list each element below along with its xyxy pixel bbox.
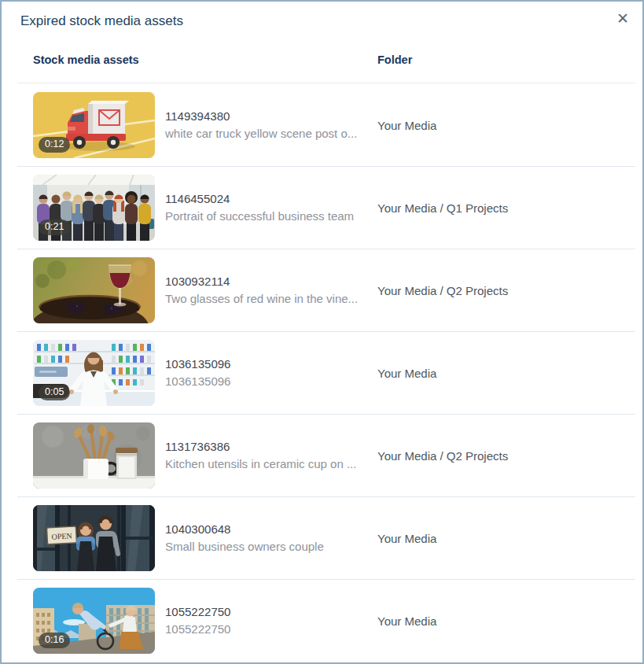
- folder-path: Your Media: [377, 118, 436, 131]
- asset-description: 1036135096: [165, 373, 230, 390]
- close-icon[interactable]: ✕: [616, 11, 629, 26]
- duration-badge: 0:12: [39, 137, 70, 153]
- asset-id: 1149394380: [165, 108, 357, 125]
- table-row: 0:05 1036135096 1036135096 Your Media: [17, 331, 635, 414]
- column-header-stock-media-assets: Stock media assets: [33, 53, 139, 66]
- table-row: 0:12 1149394380 white car truck yellow s…: [17, 83, 635, 166]
- duration-badge: 0:05: [39, 385, 70, 400]
- business-couple-illustration: OPEN: [33, 505, 155, 571]
- asset-id: 1040300648: [165, 521, 324, 538]
- folder-path: Your Media: [377, 614, 436, 628]
- asset-thumbnail: 0:21: [33, 175, 155, 241]
- asset-thumbnail: OPEN: [33, 505, 155, 571]
- asset-thumbnail: [33, 422, 155, 489]
- table-row: 0:21 1146455024 Portrait of successful b…: [17, 166, 635, 249]
- red-wine-vineyard-illustration: [33, 257, 155, 323]
- asset-description: white car truck yellow scene post o...: [165, 125, 357, 142]
- asset-description: Portrait of successful business team: [165, 208, 354, 225]
- table-row: OPEN 1040300648 Sm: [17, 496, 635, 579]
- table-row: 0:16 1055222750 1055222750 Your Media: [17, 579, 635, 662]
- asset-table: 0:12 1149394380 white car truck yellow s…: [17, 83, 635, 662]
- asset-id: 1030932114: [165, 273, 358, 290]
- modal-title: Expired stock media assets: [20, 13, 183, 29]
- kitchen-utensils-illustration: [33, 422, 155, 489]
- asset-thumbnail: 0:12: [33, 92, 155, 158]
- folder-path: Your Media: [377, 532, 436, 545]
- asset-id: 1146455024: [165, 190, 354, 208]
- asset-thumbnail: 0:16: [33, 588, 155, 654]
- table-row: 1131736386 Kitchen utensils in ceramic c…: [17, 414, 635, 496]
- table-row: 1030932114 Two glasses of red wine in th…: [17, 249, 635, 331]
- folder-path: Your Media / Q2 Projects: [377, 284, 508, 297]
- folder-path: Your Media / Q1 Projects: [377, 201, 508, 215]
- folder-path: Your Media: [377, 367, 436, 380]
- asset-id: 1131736386: [165, 438, 356, 456]
- asset-description: 1055222750: [165, 621, 230, 638]
- expired-assets-modal: Expired stock media assets ✕ Stock media…: [0, 0, 644, 664]
- asset-description: Kitchen utensils in ceramic cup on ...: [165, 456, 356, 473]
- asset-id: 1055222750: [165, 603, 230, 621]
- duration-badge: 0:21: [39, 219, 70, 235]
- duration-badge: 0:16: [39, 633, 70, 648]
- asset-description: Small business owners couple: [165, 538, 324, 555]
- asset-description: Two glasses of red wine in the vine...: [165, 290, 358, 308]
- asset-thumbnail: [33, 257, 155, 323]
- asset-id: 1036135096: [165, 356, 230, 373]
- column-header-folder: Folder: [377, 53, 412, 66]
- asset-thumbnail: 0:05: [33, 340, 155, 406]
- open-sign-text: OPEN: [51, 531, 72, 540]
- folder-path: Your Media / Q2 Projects: [377, 449, 508, 463]
